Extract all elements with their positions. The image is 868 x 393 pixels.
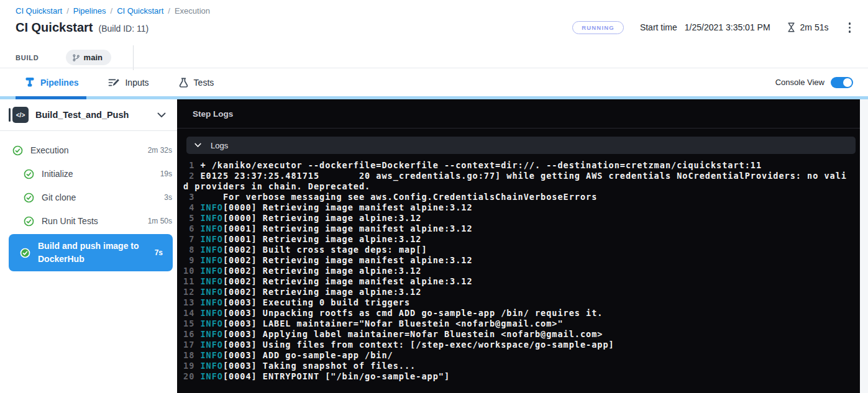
success-check-icon	[24, 192, 34, 203]
start-time-value: 1/25/2021 3:35:01 PM	[685, 22, 770, 32]
log-text: [0003] Using files from context: [/step-…	[223, 340, 614, 350]
log-level: INFO	[200, 308, 223, 318]
log-line: 20 INFO[0004] ENTRYPOINT ["/bin/go-sampl…	[183, 371, 852, 382]
tab-label: Inputs	[125, 78, 148, 88]
log-level: INFO	[200, 318, 223, 328]
log-line: 15 INFO[0003] LABEL maintainer="Nofar Bl…	[183, 318, 852, 329]
line-number: 9	[183, 255, 200, 265]
console-view-toggle[interactable]	[831, 77, 853, 88]
toggle-knob	[843, 78, 852, 87]
breadcrumb-separator: /	[111, 6, 113, 16]
log-line: 14 INFO[0003] Unpacking rootfs as cmd AD…	[183, 308, 852, 318]
kebab-menu-icon[interactable]	[845, 20, 855, 35]
status-badge: RUNNING	[572, 21, 624, 34]
stage-name: Build_Test_and_Push	[35, 110, 129, 120]
step-duration: 3s	[159, 193, 172, 202]
log-text: E0125 23:37:25.481715 20 aws_credentials…	[183, 171, 847, 191]
log-text: [0003] ADD go-sample-app /bin/	[223, 350, 393, 360]
step-label: Execution	[30, 145, 68, 155]
chevron-down-icon	[194, 143, 201, 148]
elapsed-time: 2m 51s	[800, 22, 829, 32]
breadcrumb-link[interactable]: CI Quickstart	[117, 6, 163, 16]
log-level: INFO	[200, 371, 223, 381]
code-stage-icon: </>	[9, 107, 29, 123]
log-level: INFO	[200, 361, 223, 371]
line-number: 8	[183, 245, 200, 255]
log-level: INFO	[200, 224, 223, 233]
page-title: CI Quickstart	[16, 20, 93, 35]
tab-bar: Pipelines Inputs Tests Console View	[0, 68, 868, 96]
page-background-gutter	[860, 99, 868, 393]
hourglass-icon	[787, 22, 796, 32]
log-line: 7 INFO[0001] Retrieving image alpine:3.1…	[183, 234, 852, 245]
stage-header[interactable]: </> Build_Test_and_Push	[0, 99, 177, 131]
breadcrumb-current: Execution	[175, 6, 210, 16]
line-number: 16	[183, 329, 200, 339]
log-level: INFO	[200, 276, 223, 286]
log-level: INFO	[200, 340, 223, 350]
line-number: 17	[183, 340, 200, 350]
pipeline-icon	[25, 77, 35, 88]
log-line: 12 INFO[0002] Retrieving image alpine:3.…	[183, 287, 852, 297]
line-number: 19	[183, 361, 200, 371]
build-id: (Build ID: 11)	[98, 22, 148, 34]
log-line: 13 INFO[0003] Executing 0 build triggers	[183, 297, 852, 308]
tab-label: Pipelines	[40, 78, 78, 88]
breadcrumb-separator: /	[168, 6, 170, 16]
log-level: INFO	[200, 350, 223, 360]
line-number: 7	[183, 234, 200, 244]
log-text: [0003] Unpacking rootfs as cmd ADD go-sa…	[223, 308, 603, 318]
step-duration: 2m 32s	[143, 146, 172, 155]
line-number: 2	[183, 171, 200, 181]
tab-tests[interactable]: Tests	[179, 78, 214, 88]
step-duration: 1m 50s	[143, 217, 172, 225]
step-logs-panel: Step Logs Logs 1 + /kaniko/executor --do…	[177, 99, 860, 393]
console-view-label: Console View	[775, 78, 825, 87]
log-line: 16 INFO[0003] Applying label maintainer=…	[183, 329, 852, 340]
build-label: BUILD	[16, 54, 39, 61]
line-number: 20	[183, 371, 200, 381]
log-text: [0000] Retrieving image manifest alpine:…	[223, 202, 473, 212]
step-row[interactable]: Git clone 3s	[0, 186, 177, 209]
step-label: Initialize	[42, 169, 73, 179]
log-line: 8 INFO[0002] Built cross stage deps: map…	[183, 245, 852, 255]
step-row[interactable]: Execution 2m 32s	[0, 138, 177, 162]
line-number: 15	[183, 318, 200, 328]
git-branch-icon	[72, 53, 80, 62]
chevron-down-icon[interactable]	[157, 112, 166, 118]
tab-inputs[interactable]: Inputs	[108, 78, 148, 88]
log-line: 1 + /kaniko/executor --dockerfile=Docker…	[183, 160, 852, 171]
line-number: 4	[183, 202, 200, 212]
log-line: 11 INFO[0002] Retrieving image manifest …	[183, 276, 852, 287]
tab-label: Tests	[194, 78, 214, 88]
branch-chip[interactable]: main	[66, 50, 111, 65]
log-level: INFO	[200, 297, 223, 307]
tab-pipelines[interactable]: Pipelines	[25, 77, 78, 88]
line-number: 10	[183, 266, 200, 276]
line-number: 18	[183, 350, 200, 360]
log-text: [0003] LABEL maintainer="Nofar Bluestein…	[223, 318, 564, 328]
log-level: INFO	[200, 266, 223, 276]
log-line: 18 INFO[0003] ADD go-sample-app /bin/	[183, 350, 852, 361]
logs-section-title: Logs	[211, 141, 228, 150]
log-level: INFO	[200, 255, 223, 265]
step-list: Execution 2m 32s Initialize 19s Git clon	[0, 131, 177, 271]
success-check-icon	[24, 216, 34, 227]
log-line: 9 INFO[0002] Retrieving image manifest a…	[183, 255, 852, 266]
step-label: Run Unit Tests	[42, 216, 98, 226]
success-check-icon	[12, 145, 23, 156]
breadcrumb-link[interactable]: Pipelines	[73, 6, 106, 16]
log-text: [0000] Retrieving image alpine:3.12	[223, 213, 421, 223]
start-time-label: Start time	[640, 22, 677, 32]
breadcrumb-separator: /	[66, 6, 69, 16]
log-level: INFO	[200, 245, 223, 255]
logs-section-toggle[interactable]: Logs	[186, 137, 856, 154]
log-level: INFO	[200, 213, 223, 223]
step-duration: 7s	[150, 248, 163, 257]
log-text: [0001] Retrieving image alpine:3.12	[223, 234, 421, 244]
line-number: 6	[183, 224, 200, 233]
step-row[interactable]: Build and push image to DockerHub 7s	[9, 234, 173, 271]
step-row[interactable]: Initialize 19s	[0, 162, 177, 186]
breadcrumb-link[interactable]: CI Quickstart	[16, 6, 62, 16]
step-row[interactable]: Run Unit Tests 1m 50s	[0, 209, 177, 233]
